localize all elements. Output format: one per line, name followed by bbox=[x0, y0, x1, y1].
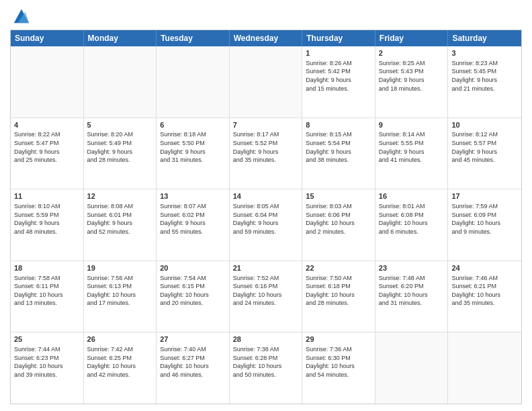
day-info: Sunrise: 8:14 AM Sunset: 5:55 PM Dayligh… bbox=[379, 130, 445, 164]
day-info: Sunrise: 7:46 AM Sunset: 6:21 PM Dayligh… bbox=[451, 274, 518, 308]
calendar-cell: 5Sunrise: 8:20 AM Sunset: 5:49 PM Daylig… bbox=[84, 118, 157, 189]
day-info: Sunrise: 8:25 AM Sunset: 5:43 PM Dayligh… bbox=[379, 59, 445, 93]
calendar-cell: 15Sunrise: 8:03 AM Sunset: 6:06 PM Dayli… bbox=[302, 189, 375, 261]
calendar-cell: 16Sunrise: 8:01 AM Sunset: 6:08 PM Dayli… bbox=[375, 189, 449, 261]
calendar-body: 1Sunrise: 8:26 AM Sunset: 5:42 PM Daylig… bbox=[11, 46, 521, 404]
header bbox=[10, 7, 522, 26]
day-info: Sunrise: 8:08 AM Sunset: 6:01 PM Dayligh… bbox=[87, 202, 153, 236]
day-number: 27 bbox=[160, 334, 226, 345]
calendar-row-0: 1Sunrise: 8:26 AM Sunset: 5:42 PM Daylig… bbox=[11, 46, 521, 118]
day-info: Sunrise: 8:03 AM Sunset: 6:06 PM Dayligh… bbox=[306, 202, 371, 236]
calendar-cell bbox=[375, 332, 449, 404]
day-number: 3 bbox=[451, 48, 518, 58]
day-info: Sunrise: 8:05 AM Sunset: 6:04 PM Dayligh… bbox=[233, 202, 299, 236]
day-info: Sunrise: 7:58 AM Sunset: 6:11 PM Dayligh… bbox=[14, 274, 80, 308]
day-info: Sunrise: 8:12 AM Sunset: 5:57 PM Dayligh… bbox=[451, 130, 518, 164]
page: SundayMondayTuesdayWednesdayThursdayFrid… bbox=[0, 0, 532, 411]
day-number: 12 bbox=[87, 191, 153, 201]
header-cell-tuesday: Tuesday bbox=[157, 30, 230, 46]
day-number: 1 bbox=[306, 48, 371, 58]
day-number: 15 bbox=[306, 191, 371, 201]
calendar-cell: 13Sunrise: 8:07 AM Sunset: 6:02 PM Dayli… bbox=[157, 189, 230, 261]
day-number: 29 bbox=[306, 334, 371, 345]
day-number: 22 bbox=[306, 263, 371, 273]
day-info: Sunrise: 8:18 AM Sunset: 5:50 PM Dayligh… bbox=[160, 130, 226, 164]
day-number: 17 bbox=[451, 191, 518, 201]
day-number: 9 bbox=[379, 120, 445, 130]
day-number: 6 bbox=[160, 120, 226, 130]
day-info: Sunrise: 8:26 AM Sunset: 5:42 PM Dayligh… bbox=[306, 59, 371, 93]
day-number: 7 bbox=[233, 120, 299, 130]
day-number: 10 bbox=[451, 120, 518, 130]
day-info: Sunrise: 8:15 AM Sunset: 5:54 PM Dayligh… bbox=[306, 130, 371, 164]
day-info: Sunrise: 7:50 AM Sunset: 6:18 PM Dayligh… bbox=[306, 274, 371, 308]
day-number: 20 bbox=[160, 263, 226, 273]
calendar-cell bbox=[11, 46, 84, 118]
calendar-cell: 12Sunrise: 8:08 AM Sunset: 6:01 PM Dayli… bbox=[84, 189, 157, 261]
calendar-cell: 27Sunrise: 7:40 AM Sunset: 6:27 PM Dayli… bbox=[157, 332, 230, 404]
day-info: Sunrise: 8:01 AM Sunset: 6:08 PM Dayligh… bbox=[379, 202, 445, 236]
day-info: Sunrise: 8:10 AM Sunset: 5:59 PM Dayligh… bbox=[14, 202, 80, 236]
day-info: Sunrise: 8:23 AM Sunset: 5:45 PM Dayligh… bbox=[451, 59, 518, 93]
calendar-cell: 19Sunrise: 7:56 AM Sunset: 6:13 PM Dayli… bbox=[84, 261, 157, 332]
calendar-cell: 26Sunrise: 7:42 AM Sunset: 6:25 PM Dayli… bbox=[84, 332, 157, 404]
calendar-cell: 8Sunrise: 8:15 AM Sunset: 5:54 PM Daylig… bbox=[302, 118, 375, 189]
header-cell-saturday: Saturday bbox=[448, 30, 521, 46]
day-info: Sunrise: 7:59 AM Sunset: 6:09 PM Dayligh… bbox=[451, 202, 518, 236]
header-cell-monday: Monday bbox=[84, 30, 157, 46]
calendar-cell: 1Sunrise: 8:26 AM Sunset: 5:42 PM Daylig… bbox=[302, 46, 375, 118]
day-info: Sunrise: 7:36 AM Sunset: 6:30 PM Dayligh… bbox=[306, 345, 371, 379]
day-info: Sunrise: 7:56 AM Sunset: 6:13 PM Dayligh… bbox=[87, 274, 153, 308]
day-info: Sunrise: 7:40 AM Sunset: 6:27 PM Dayligh… bbox=[160, 345, 226, 379]
day-info: Sunrise: 7:54 AM Sunset: 6:15 PM Dayligh… bbox=[160, 274, 226, 308]
day-info: Sunrise: 7:48 AM Sunset: 6:20 PM Dayligh… bbox=[379, 274, 445, 308]
calendar-cell: 22Sunrise: 7:50 AM Sunset: 6:18 PM Dayli… bbox=[302, 261, 375, 332]
day-number: 21 bbox=[233, 263, 299, 273]
calendar-cell: 28Sunrise: 7:38 AM Sunset: 6:28 PM Dayli… bbox=[230, 332, 303, 404]
day-info: Sunrise: 7:42 AM Sunset: 6:25 PM Dayligh… bbox=[87, 345, 153, 379]
calendar-cell bbox=[157, 46, 230, 118]
calendar-cell: 9Sunrise: 8:14 AM Sunset: 5:55 PM Daylig… bbox=[375, 118, 449, 189]
calendar-cell: 25Sunrise: 7:44 AM Sunset: 6:23 PM Dayli… bbox=[11, 332, 84, 404]
calendar-row-4: 25Sunrise: 7:44 AM Sunset: 6:23 PM Dayli… bbox=[11, 332, 521, 404]
day-info: Sunrise: 7:44 AM Sunset: 6:23 PM Dayligh… bbox=[14, 345, 80, 379]
logo-icon bbox=[11, 7, 30, 26]
day-number: 25 bbox=[14, 334, 80, 345]
calendar-cell: 14Sunrise: 8:05 AM Sunset: 6:04 PM Dayli… bbox=[230, 189, 303, 261]
calendar-cell: 2Sunrise: 8:25 AM Sunset: 5:43 PM Daylig… bbox=[375, 46, 449, 118]
day-info: Sunrise: 8:22 AM Sunset: 5:47 PM Dayligh… bbox=[14, 130, 80, 164]
day-number: 5 bbox=[87, 120, 153, 130]
day-info: Sunrise: 8:07 AM Sunset: 6:02 PM Dayligh… bbox=[160, 202, 226, 236]
calendar-cell: 24Sunrise: 7:46 AM Sunset: 6:21 PM Dayli… bbox=[448, 261, 521, 332]
day-number: 16 bbox=[379, 191, 445, 201]
calendar-cell bbox=[448, 332, 521, 404]
calendar-cell: 17Sunrise: 7:59 AM Sunset: 6:09 PM Dayli… bbox=[448, 189, 521, 261]
calendar-row-1: 4Sunrise: 8:22 AM Sunset: 5:47 PM Daylig… bbox=[11, 118, 521, 190]
calendar-row-3: 18Sunrise: 7:58 AM Sunset: 6:11 PM Dayli… bbox=[11, 261, 521, 333]
header-cell-wednesday: Wednesday bbox=[230, 30, 303, 46]
day-number: 8 bbox=[306, 120, 371, 130]
day-number: 18 bbox=[14, 263, 80, 273]
calendar-cell bbox=[84, 46, 157, 118]
calendar-cell: 3Sunrise: 8:23 AM Sunset: 5:45 PM Daylig… bbox=[448, 46, 521, 118]
day-number: 23 bbox=[379, 263, 445, 273]
day-number: 26 bbox=[87, 334, 153, 345]
header-cell-sunday: Sunday bbox=[11, 30, 84, 46]
calendar: SundayMondayTuesdayWednesdayThursdayFrid… bbox=[10, 30, 522, 404]
day-number: 13 bbox=[160, 191, 226, 201]
calendar-cell: 6Sunrise: 8:18 AM Sunset: 5:50 PM Daylig… bbox=[157, 118, 230, 189]
calendar-cell: 7Sunrise: 8:17 AM Sunset: 5:52 PM Daylig… bbox=[230, 118, 303, 189]
calendar-cell: 29Sunrise: 7:36 AM Sunset: 6:30 PM Dayli… bbox=[302, 332, 375, 404]
day-number: 19 bbox=[87, 263, 153, 273]
calendar-cell bbox=[230, 46, 303, 118]
header-cell-thursday: Thursday bbox=[302, 30, 375, 46]
day-info: Sunrise: 7:38 AM Sunset: 6:28 PM Dayligh… bbox=[233, 345, 299, 379]
calendar-cell: 18Sunrise: 7:58 AM Sunset: 6:11 PM Dayli… bbox=[11, 261, 84, 332]
day-number: 14 bbox=[233, 191, 299, 201]
logo bbox=[10, 7, 30, 26]
day-info: Sunrise: 8:20 AM Sunset: 5:49 PM Dayligh… bbox=[87, 130, 153, 164]
calendar-cell: 20Sunrise: 7:54 AM Sunset: 6:15 PM Dayli… bbox=[157, 261, 230, 332]
day-number: 11 bbox=[14, 191, 80, 201]
calendar-cell: 21Sunrise: 7:52 AM Sunset: 6:16 PM Dayli… bbox=[230, 261, 303, 332]
day-number: 28 bbox=[233, 334, 299, 345]
